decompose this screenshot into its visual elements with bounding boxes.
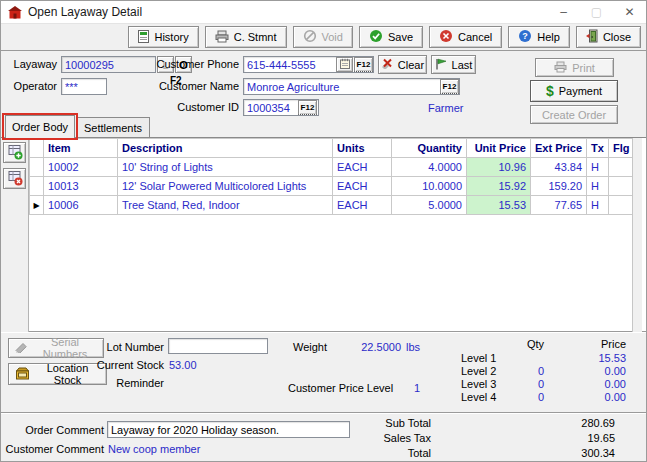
help-button[interactable]: ? Help (508, 26, 570, 48)
selector-column-header (30, 139, 44, 158)
last-button[interactable]: Last (431, 55, 476, 74)
maximize-button[interactable]: ▢ (580, 1, 613, 23)
col-tx[interactable]: Tx (587, 139, 609, 158)
sales-tax-label: Sales Tax (331, 432, 431, 444)
customer-comment-label: Customer Comment (1, 443, 104, 455)
cancel-button[interactable]: Cancel (429, 26, 502, 48)
customer-price-level-label: Customer Price Level (288, 382, 393, 394)
phone-notepad-button[interactable] (336, 57, 353, 72)
order-body-page: Item Description Units Quantity Unit Pri… (1, 137, 646, 331)
level2-qty: 0 (496, 365, 544, 377)
stock-crate-icon (15, 367, 30, 382)
col-item[interactable]: Item (44, 139, 118, 158)
current-stock-label: Current Stock (71, 359, 164, 371)
clear-x-icon (381, 58, 393, 71)
tab-settlements[interactable]: Settlements (76, 117, 150, 137)
minimize-button[interactable]: – (547, 1, 580, 23)
print-button: Print (535, 58, 614, 77)
titlebar: Open Layaway Detail – ▢ ✕ (1, 1, 646, 24)
col-ext-price[interactable]: Ext Price (531, 139, 587, 158)
add-line-icon (7, 144, 23, 162)
app-icon (8, 6, 22, 19)
add-line-button[interactable] (3, 142, 26, 163)
customer-id-label: Customer ID (149, 101, 239, 113)
layaway-number-field[interactable] (61, 56, 156, 73)
total-value: 300.34 (541, 447, 615, 459)
window-title: Open Layaway Detail (28, 5, 547, 19)
grid-header-row: Item Description Units Quantity Unit Pri… (30, 139, 634, 158)
operator-label: Operator (7, 80, 57, 92)
notepad-icon (340, 58, 350, 71)
footer-panel: Order Comment Customer Comment New coop … (1, 412, 646, 461)
statement-icon (215, 30, 229, 45)
level2-label: Level 2 (461, 365, 496, 377)
level4-price: 0.00 (576, 391, 626, 403)
payment-button[interactable]: $ Payment (530, 80, 618, 102)
name-f12-button[interactable]: F12 (440, 79, 459, 94)
history-icon (138, 30, 149, 45)
customer-comment-value: New coop member (108, 443, 200, 455)
id-f12-button[interactable]: F12 (298, 100, 317, 115)
exit-door-icon (586, 29, 598, 45)
window-controls: – ▢ ✕ (547, 1, 646, 23)
customer-phone-label: Customer Phone (149, 58, 239, 70)
save-button[interactable]: Save (359, 26, 423, 48)
header-form: Layaway L O F2 Operator Customer Phone F… (1, 51, 646, 115)
current-stock-value: 53.00 (169, 359, 197, 371)
level4-qty: 0 (496, 391, 544, 403)
open-layaway-detail-window: Open Layaway Detail – ▢ ✕ History C. Stm… (0, 0, 647, 462)
table-row-selected[interactable]: ▶ 10006 Tree Stand, Red, Indoor EACH 5.0… (30, 196, 634, 215)
operator-field[interactable] (61, 78, 107, 95)
customer-name-label: Customer Name (149, 80, 239, 92)
col-description[interactable]: Description (118, 139, 333, 158)
lot-number-field[interactable] (168, 338, 268, 354)
create-order-button: Create Order (530, 105, 618, 124)
col-unit-price[interactable]: Unit Price (467, 139, 531, 158)
level3-price: 0.00 (576, 378, 626, 390)
table-row[interactable]: 10002 10' String of Lights EACH 4.0000 1… (30, 158, 634, 177)
price-column-header: Price (576, 338, 626, 350)
col-flg[interactable]: Flg (608, 139, 634, 158)
c-stmnt-button[interactable]: C. Stmnt (205, 26, 287, 48)
col-quantity[interactable]: Quantity (392, 139, 467, 158)
customer-type-badge: Farmer (428, 102, 463, 114)
layaway-label: Layaway (7, 58, 57, 70)
printer-icon (554, 61, 567, 75)
customer-price-level-value: 1 (414, 382, 420, 394)
col-units[interactable]: Units (333, 139, 392, 158)
sales-tax-value: 19.65 (541, 432, 615, 444)
close-button[interactable]: Close (576, 26, 641, 48)
line-detail-panel: Serial Numbers Location Stock Lot Number… (1, 331, 646, 412)
reminder-label: Reminder (79, 377, 164, 389)
weight-label: Weight (293, 341, 327, 353)
cancel-x-icon (439, 29, 453, 45)
grid-right-gutter (632, 138, 642, 332)
sub-total-value: 280.69 (541, 417, 615, 429)
weight-value: 22.5000 (336, 341, 401, 353)
level1-label: Level 1 (461, 352, 496, 364)
order-lines-grid: Item Description Units Quantity Unit Pri… (29, 138, 634, 215)
order-comment-label: Order Comment (9, 424, 104, 436)
phone-f12-button[interactable]: F12 (354, 57, 373, 72)
delete-line-button[interactable] (3, 168, 26, 189)
save-check-icon (369, 29, 383, 45)
level3-label: Level 3 (461, 378, 496, 390)
grid-side-toolbar (1, 138, 29, 332)
sub-total-label: Sub Total (331, 417, 431, 429)
delete-line-icon (7, 170, 23, 188)
level4-label: Level 4 (461, 391, 496, 403)
history-button[interactable]: History (128, 26, 198, 48)
level1-price: 15.53 (576, 352, 626, 364)
close-window-button[interactable]: ✕ (613, 1, 646, 23)
level2-price: 0.00 (576, 365, 626, 377)
table-row[interactable]: 10013 12' Solar Powered Multicolored Lig… (30, 177, 634, 196)
order-comment-field[interactable] (107, 421, 350, 438)
customer-name-field[interactable] (243, 78, 460, 95)
tab-order-body[interactable]: Order Body (5, 115, 75, 138)
void-button: Void (293, 26, 353, 48)
dollar-icon: $ (546, 83, 554, 99)
qty-column-header: Qty (496, 338, 544, 350)
level3-qty: 0 (496, 378, 544, 390)
serial-pen-icon (15, 342, 28, 355)
clear-button[interactable]: Clear (378, 55, 427, 74)
